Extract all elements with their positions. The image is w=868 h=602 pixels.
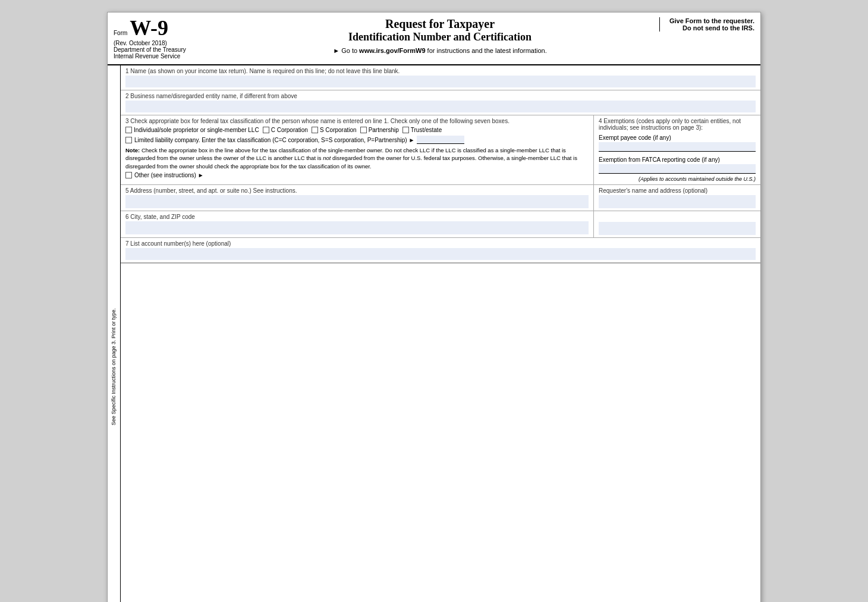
field-5-row: 5 Address (number, street, and apt. or s… [121,185,760,211]
other-label: Other (see instructions) ► [134,172,204,178]
field-5-left: 5 Address (number, street, and apt. or s… [121,185,594,211]
form-main: 1 Name (as shown on your income tax retu… [121,65,760,602]
field-3-label: 3 Check appropriate box for federal tax … [125,118,589,124]
note-text: Note: Check the appropriate box in the l… [125,146,589,170]
form-header-left: Form W-9 (Rev. October 2018) Department … [114,17,221,59]
cb-partnership[interactable] [360,127,367,133]
field-6-input[interactable] [125,221,589,234]
tax-class-right: 4 Exemptions (codes apply only to certai… [594,115,760,184]
note-label: Note: [125,147,140,153]
checkbox-partnership[interactable]: Partnership [360,127,399,133]
irs-link-suffix: for instructions and the latest informat… [426,47,547,54]
field-2-label: 2 Business name/disregarded entity name,… [125,93,756,99]
exempt-payee-input[interactable] [599,142,756,152]
fatca-input[interactable] [599,164,756,174]
tax-class-main: 3 Check appropriate box for federal tax … [121,115,594,184]
form-header: Form W-9 (Rev. October 2018) Department … [108,12,760,65]
form-number: W-9 [130,17,168,39]
cb-llc[interactable] [125,137,132,143]
form-header-right: Give Form to the requester. Do not send … [659,17,754,32]
field-2-row: 2 Business name/disregarded entity name,… [121,90,760,115]
applies-text: (Applies to accounts maintained outside … [599,176,756,182]
irs-link-url: www.irs.gov/FormW9 [359,47,425,54]
field-6-right [594,211,760,237]
form-rev: (Rev. October 2018) [114,40,221,46]
form-title-line2: Identification Number and Certification [227,31,653,43]
irs-link: ► Go to www.irs.gov/FormW9 for instructi… [227,47,653,54]
field-1-row: 1 Name (as shown on your income tax retu… [121,65,760,90]
note-not: not [323,155,331,161]
form-dept: Department of the Treasury [114,46,221,53]
exempt-payee-label: Exempt payee code (if any) [599,134,756,141]
fatca-label: Exemption from FATCA reporting code (if … [599,156,756,163]
llc-classification-input[interactable] [417,136,464,144]
form-header-center: Request for Taxpayer Identification Numb… [221,17,659,54]
cb-c-corp-label: C Corporation [271,127,308,133]
cb-individual-label: Individual/sole proprietor or single-mem… [134,127,259,133]
cb-s-corp[interactable] [312,127,318,133]
cb-c-corp[interactable] [263,127,269,133]
field-1-label: 1 Name (as shown on your income tax retu… [125,68,756,74]
field-7-row: 7 List account number(s) here (optional) [121,238,760,264]
cb-trust[interactable] [402,127,409,133]
field-5-input[interactable] [125,195,589,208]
field-6-left: 6 City, state, and ZIP code [121,211,594,237]
field-2-input[interactable] [125,101,756,112]
cb-other[interactable] [125,172,132,178]
checkbox-trust[interactable]: Trust/estate [402,127,442,133]
requester-address-input[interactable] [599,195,756,208]
tax-class-section: 3 Check appropriate box for federal tax … [121,115,760,185]
checkbox-s-corp[interactable]: S Corporation [312,127,357,133]
cb-s-corp-label: S Corporation [320,127,357,133]
field-6-row: 6 City, state, and ZIP code [121,211,760,238]
w9-form: Form W-9 (Rev. October 2018) Department … [107,12,761,602]
field-5-right-label: Requester's name and address (optional) [599,187,756,194]
field-6-label: 6 City, state, and ZIP code [125,214,589,220]
cb-partnership-label: Partnership [369,127,399,133]
field-4-label: 4 Exemptions (codes apply only to certai… [599,118,756,131]
other-row: Other (see instructions) ► [125,172,589,178]
cb-individual[interactable] [125,127,132,133]
field-5-label: 5 Address (number, street, and apt. or s… [125,187,589,194]
form-label: Form [114,30,127,36]
form-irs: Internal Revenue Service [114,53,221,59]
checkboxes-row: Individual/sole proprietor or single-mem… [125,127,589,133]
field-5-right: Requester's name and address (optional) [594,185,760,211]
llc-row: Limited liability company. Enter the tax… [125,136,589,144]
irs-link-prefix: ► Go to [333,47,359,54]
cb-trust-label: Trust/estate [411,127,442,133]
checkbox-individual[interactable]: Individual/sole proprietor or single-mem… [125,127,259,133]
checkbox-c-corp[interactable]: C Corporation [263,127,308,133]
field-7-label: 7 List account number(s) here (optional) [125,240,756,247]
field-1-input[interactable] [125,76,756,87]
form-title-line1: Request for Taxpayer [227,17,653,31]
field-7-input[interactable] [125,248,756,260]
form-sidebar: See Specific Instructions on page 3. Pri… [108,65,121,602]
llc-label: Limited liability company. Enter the tax… [134,137,414,143]
requester-city-input[interactable] [599,222,756,235]
sidebar-text: See Specific Instructions on page 3. Pri… [111,65,117,602]
form-body: See Specific Instructions on page 3. Pri… [108,65,760,602]
